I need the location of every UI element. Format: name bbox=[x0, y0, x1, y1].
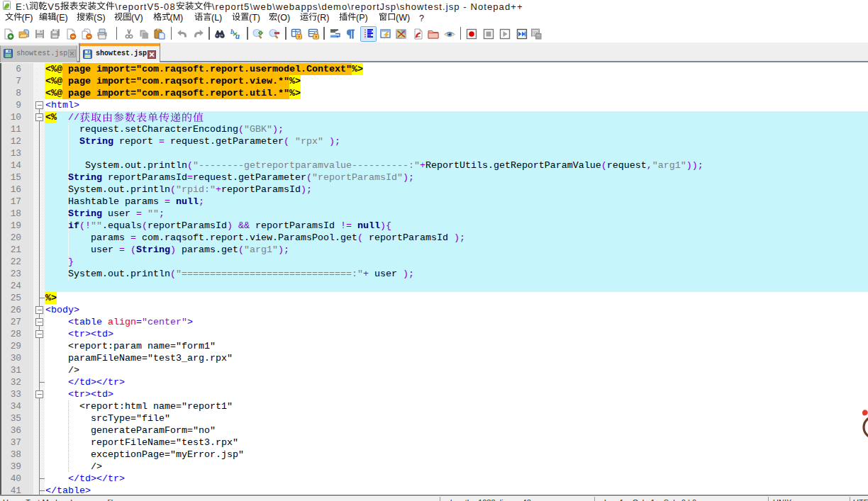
svg-text:b: b bbox=[230, 28, 234, 35]
